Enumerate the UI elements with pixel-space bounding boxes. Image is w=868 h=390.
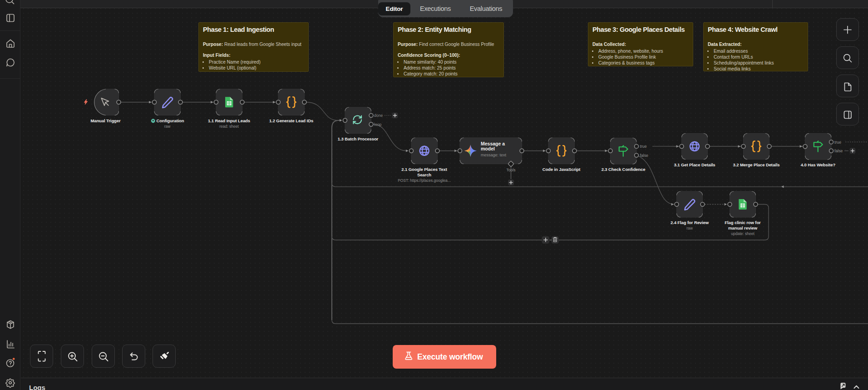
svg-text:Tools: Tools (507, 168, 516, 172)
svg-text:true: true (834, 140, 841, 145)
svg-text:loop: loop (374, 122, 382, 127)
svg-text:true: true (640, 144, 647, 149)
svg-text:done: done (374, 113, 383, 118)
svg-text:false: false (640, 153, 649, 158)
svg-text:false: false (834, 149, 843, 153)
